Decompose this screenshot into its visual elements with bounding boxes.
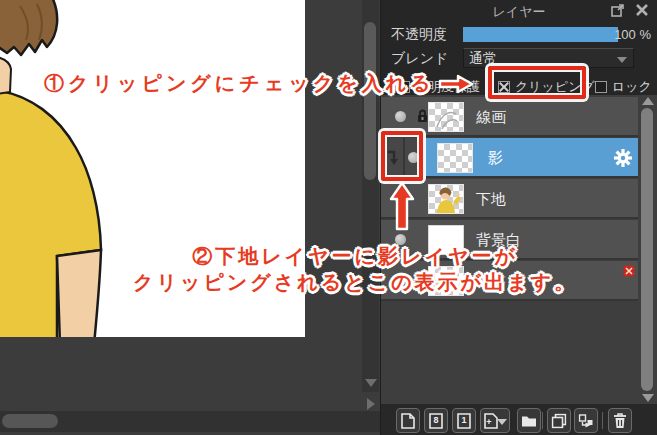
scroll-right-icon[interactable] — [367, 398, 375, 410]
1bit-badge: 1 — [453, 415, 475, 425]
opacity-value: 100 % — [591, 27, 651, 42]
add-layer-menu-button[interactable]: + — [480, 408, 510, 433]
popout-panel-icon[interactable] — [611, 3, 625, 17]
blend-mode-value: 通常 — [469, 50, 497, 66]
lineart-sketch — [429, 103, 463, 131]
lock-checkbox[interactable]: ロック — [595, 78, 652, 96]
new-1bit-layer-button[interactable]: 1 — [452, 408, 476, 433]
layer-name: 下地 — [476, 190, 506, 209]
layer-toolbar: 8 1 + — [381, 404, 657, 435]
canvas-vertical-scrollbar-thumb[interactable] — [364, 22, 376, 180]
8bit-badge: 8 — [425, 415, 447, 425]
scroll-down-icon[interactable] — [642, 394, 654, 402]
new-layer-button[interactable] — [396, 408, 420, 433]
checkbox-icon — [595, 81, 607, 93]
layer-thumbnail[interactable] — [437, 143, 473, 173]
new-8bit-layer-button[interactable]: 8 — [424, 408, 448, 433]
delete-layer-button[interactable] — [608, 408, 632, 433]
layer-thumbnail[interactable] — [428, 102, 464, 132]
layer-name: 線画 — [476, 108, 506, 127]
annotation-arrow-right — [438, 74, 474, 94]
lock-label: ロック — [612, 78, 652, 96]
canvas-horizontal-scrollbar-thumb[interactable] — [2, 414, 58, 428]
blend-mode-dropdown[interactable]: 通常 — [463, 48, 634, 68]
layer-name: 影 — [488, 149, 503, 168]
annotation-step2-line2: クリッピングされるとこの表示が出ます。 — [30, 269, 657, 295]
annotation-step1-text: ①クリッピングにチェックを入れる — [44, 70, 435, 97]
annotation-box-clip-indicator — [381, 131, 423, 181]
lock-icon — [417, 109, 428, 123]
annotation-step2: ②下地レイヤーに影レイヤーが クリッピングされるとこの表示が出ます。 — [30, 243, 657, 295]
merge-layer-button[interactable] — [574, 408, 598, 433]
canvas-vertical-scrollbar[interactable] — [362, 0, 379, 392]
scroll-down-icon[interactable] — [365, 379, 377, 387]
layer-row-shitaji[interactable]: 下地 — [381, 179, 638, 219]
layer-settings-gear-icon[interactable] — [613, 148, 633, 168]
new-folder-button[interactable] — [517, 408, 541, 433]
visibility-eye-icon[interactable] — [395, 111, 406, 122]
close-panel-icon[interactable] — [635, 3, 649, 17]
annotation-step2-line1: ②下地レイヤーに影レイヤーが — [30, 243, 657, 269]
duplicate-layer-button[interactable] — [547, 408, 571, 433]
chevron-down-icon — [617, 57, 627, 63]
scroll-up-icon[interactable] — [642, 97, 654, 105]
toolbar-divider — [542, 412, 543, 429]
chevron-down-icon — [497, 419, 507, 425]
canvas-horizontal-scrollbar[interactable] — [0, 411, 380, 432]
blend-label: ブレンド — [391, 50, 448, 68]
character-mini — [429, 185, 463, 213]
toolbar-divider — [602, 412, 603, 429]
opacity-label: 不透明度 — [391, 26, 447, 44]
canvas-area — [0, 0, 380, 435]
annotation-box-clipping — [488, 66, 586, 99]
annotation-arrow-up — [388, 181, 416, 231]
app-window: レイヤー 不透明度 100 % ブレンド 通常 透明度保護 — [0, 0, 657, 435]
layer-thumbnail[interactable] — [428, 184, 464, 214]
